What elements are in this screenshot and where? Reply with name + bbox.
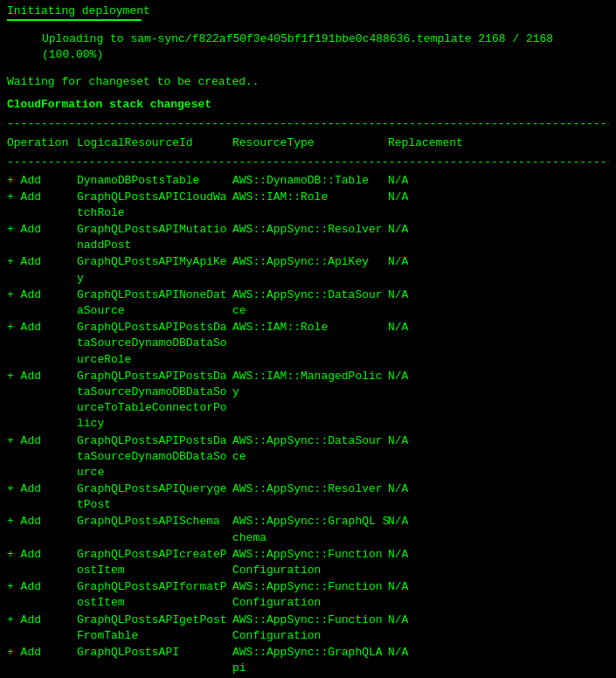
row-operation: + Add bbox=[7, 254, 77, 270]
row-operation: + Add bbox=[7, 222, 77, 238]
row-resource: AWS::AppSync::DataSour ce bbox=[232, 287, 388, 319]
row-resource: AWS::AppSync::Function Configuration bbox=[232, 612, 388, 644]
row-operation: + Add bbox=[7, 173, 77, 189]
row-replacement: N/A bbox=[388, 612, 467, 628]
row-replacement: N/A bbox=[388, 481, 467, 497]
row-replacement: N/A bbox=[388, 173, 467, 189]
upload-status: Uploading to sam-sync/f822af50f3e405bf1f… bbox=[42, 31, 609, 63]
row-resource: AWS::DynamoDB::Table bbox=[232, 173, 388, 189]
row-logical: GraphQLPostsAPIformatP ostItem bbox=[77, 579, 232, 611]
row-operation: + Add bbox=[7, 514, 77, 529]
row-operation: + Add bbox=[7, 287, 77, 303]
separator-top: ----------------------------------------… bbox=[7, 116, 609, 132]
changeset-title: CloudFormation stack changeset bbox=[7, 97, 609, 113]
row-logical: GraphQLPostsAPICloudWa tchRole bbox=[77, 190, 232, 221]
header-resource: ResourceType bbox=[232, 135, 388, 151]
table-row: + AddGraphQLPostsAPIMyApiKe yAWS::AppSyn… bbox=[7, 254, 609, 286]
waiting-status: Waiting for changeset to be created.. bbox=[7, 74, 609, 90]
row-logical: GraphQLPostsAPIcreateP ostItem bbox=[77, 547, 232, 578]
table-row: + AddGraphQLPostsAPIQueryge tPostAWS::Ap… bbox=[7, 481, 609, 513]
row-operation: + Add bbox=[7, 612, 77, 628]
row-logical: GraphQLPostsAPIPostsDa taSourceDynamoDBD… bbox=[77, 320, 232, 368]
row-replacement: N/A bbox=[388, 369, 467, 384]
table-row: + AddGraphQLPostsAPIcreateP ostItemAWS::… bbox=[7, 547, 609, 578]
row-replacement: N/A bbox=[388, 433, 467, 449]
row-logical: GraphQLPostsAPISchema bbox=[77, 514, 232, 529]
row-logical: GraphQLPostsAPINoneDat aSource bbox=[77, 287, 232, 319]
table-row: + AddDynamoDBPostsTableAWS::DynamoDB::Ta… bbox=[7, 173, 609, 189]
row-operation: + Add bbox=[7, 547, 77, 563]
title-underline bbox=[7, 19, 142, 21]
row-replacement: N/A bbox=[388, 190, 467, 205]
row-resource: AWS::AppSync::Function Configuration bbox=[232, 547, 388, 578]
row-replacement: N/A bbox=[388, 547, 467, 563]
row-resource: AWS::AppSync::GraphQLA pi bbox=[232, 645, 388, 676]
header-logical: LogicalResourceId bbox=[77, 135, 232, 151]
row-resource: AWS::AppSync::Resolver bbox=[232, 481, 388, 497]
header-operation: Operation bbox=[7, 135, 77, 151]
table-row: + AddGraphQLPostsAPISchemaAWS::AppSync::… bbox=[7, 514, 609, 545]
row-resource: AWS::AppSync::DataSour ce bbox=[232, 433, 388, 465]
table-row: + AddGraphQLPostsAPIformatP ostItemAWS::… bbox=[7, 579, 609, 611]
row-resource: AWS::AppSync::ApiKey bbox=[232, 254, 388, 270]
table-row: + AddGraphQLPostsAPIMutatio naddPostAWS:… bbox=[7, 222, 609, 253]
table-row: + AddGraphQLPostsAPIPostsDa taSourceDyna… bbox=[7, 320, 609, 368]
row-resource: AWS::IAM::ManagedPolic y bbox=[232, 369, 388, 400]
row-logical: GraphQLPostsAPIMutatio naddPost bbox=[77, 222, 232, 253]
row-resource: AWS::IAM::Role bbox=[232, 320, 388, 336]
header-replacement: Replacement bbox=[388, 135, 467, 151]
separator-header: ----------------------------------------… bbox=[7, 155, 609, 170]
table-row: + AddGraphQLPostsAPIAWS::AppSync::GraphQ… bbox=[7, 645, 609, 676]
row-logical: GraphQLPostsAPIgetPost FromTable bbox=[77, 612, 232, 644]
row-replacement: N/A bbox=[388, 222, 467, 238]
row-resource: AWS::AppSync::Function Configuration bbox=[232, 579, 388, 611]
row-replacement: N/A bbox=[388, 320, 467, 336]
row-logical: DynamoDBPostsTable bbox=[77, 173, 232, 189]
table-row: + AddGraphQLPostsAPIPostsDa taSourceDyna… bbox=[7, 433, 609, 481]
table-header: Operation LogicalResourceId ResourceType… bbox=[7, 135, 609, 151]
row-resource: AWS::IAM::Role bbox=[232, 190, 388, 205]
row-logical: GraphQLPostsAPI bbox=[77, 645, 232, 661]
page-title: Initiating deployment bbox=[7, 3, 609, 19]
row-replacement: N/A bbox=[388, 254, 467, 270]
row-replacement: N/A bbox=[388, 645, 467, 661]
row-operation: + Add bbox=[7, 190, 77, 205]
table-row: + AddGraphQLPostsAPIPostsDa taSourceDyna… bbox=[7, 369, 609, 432]
row-logical: GraphQLPostsAPIQueryge tPost bbox=[77, 481, 232, 513]
table-body: + AddDynamoDBPostsTableAWS::DynamoDB::Ta… bbox=[7, 173, 609, 677]
row-operation: + Add bbox=[7, 320, 77, 336]
row-operation: + Add bbox=[7, 645, 77, 661]
row-operation: + Add bbox=[7, 481, 77, 497]
row-operation: + Add bbox=[7, 433, 77, 449]
row-logical: GraphQLPostsAPIMyApiKe y bbox=[77, 254, 232, 286]
row-operation: + Add bbox=[7, 369, 77, 384]
table-row: + AddGraphQLPostsAPICloudWa tchRoleAWS::… bbox=[7, 190, 609, 221]
row-logical: GraphQLPostsAPIPostsDa taSourceDynamoDBD… bbox=[77, 433, 232, 481]
row-replacement: N/A bbox=[388, 287, 467, 303]
row-replacement: N/A bbox=[388, 579, 467, 595]
row-logical: GraphQLPostsAPIPostsDa taSourceDynamoDBD… bbox=[77, 369, 232, 432]
table-row: + AddGraphQLPostsAPIgetPost FromTableAWS… bbox=[7, 612, 609, 644]
row-operation: + Add bbox=[7, 579, 77, 595]
row-replacement: N/A bbox=[388, 514, 467, 529]
row-resource: AWS::AppSync::GraphQL S chema bbox=[232, 514, 388, 545]
table-row: + AddGraphQLPostsAPINoneDat aSourceAWS::… bbox=[7, 287, 609, 319]
row-resource: AWS::AppSync::Resolver bbox=[232, 222, 388, 238]
